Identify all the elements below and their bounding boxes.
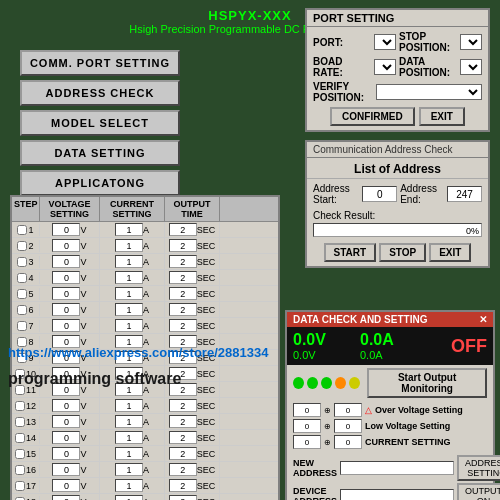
- voltage-unit: V: [80, 289, 86, 299]
- current-cell: A: [100, 302, 165, 317]
- step-checkbox[interactable]: [17, 273, 27, 283]
- voltage-input[interactable]: [52, 303, 80, 316]
- start-output-button[interactable]: Start Output Monitoring: [367, 368, 487, 398]
- comm-port-setting-button[interactable]: COMM. PORT SETTING: [20, 50, 180, 76]
- current-input[interactable]: [115, 319, 143, 332]
- step-checkbox[interactable]: [17, 305, 27, 315]
- current-unit: A: [143, 417, 149, 427]
- time-input[interactable]: [169, 287, 197, 300]
- data-pos-select[interactable]: [460, 59, 482, 75]
- table-row: 15VASEC: [12, 446, 278, 462]
- time-input[interactable]: [169, 415, 197, 428]
- time-input[interactable]: [169, 303, 197, 316]
- time-input[interactable]: [169, 495, 197, 500]
- time-input[interactable]: [169, 223, 197, 236]
- current-input[interactable]: [115, 303, 143, 316]
- voltage-input[interactable]: [52, 495, 80, 500]
- time-input[interactable]: [169, 255, 197, 268]
- step-checkbox[interactable]: [15, 465, 25, 475]
- time-input[interactable]: [169, 319, 197, 332]
- time-input[interactable]: [169, 271, 197, 284]
- time-unit: SEC: [197, 481, 216, 491]
- device-address-input-dcp[interactable]: [340, 489, 454, 500]
- new-address-input[interactable]: [340, 461, 454, 475]
- voltage-input-3[interactable]: [293, 419, 321, 433]
- time-cell: SEC: [165, 222, 220, 237]
- addr-stop-button[interactable]: STOP: [379, 243, 426, 262]
- addr-start-input[interactable]: [362, 186, 397, 202]
- current-input[interactable]: [115, 495, 143, 500]
- step-checkbox[interactable]: [15, 417, 25, 427]
- current-input[interactable]: [115, 415, 143, 428]
- voltage-input[interactable]: [52, 431, 80, 444]
- port-exit-button[interactable]: EXIT: [419, 107, 465, 126]
- addr-exit-button[interactable]: EXIT: [429, 243, 471, 262]
- time-input[interactable]: [169, 399, 197, 412]
- current-input[interactable]: [115, 223, 143, 236]
- current-input[interactable]: [115, 271, 143, 284]
- step-checkbox[interactable]: [15, 481, 25, 491]
- addr-end-input[interactable]: [447, 186, 482, 202]
- current-input[interactable]: [115, 463, 143, 476]
- current-cell: A: [100, 238, 165, 253]
- voltage-input[interactable]: [52, 255, 80, 268]
- time-unit: SEC: [197, 449, 216, 459]
- comm-addr-title: Communication Address Check: [307, 142, 488, 158]
- current-input[interactable]: [115, 447, 143, 460]
- step-checkbox[interactable]: [17, 241, 27, 251]
- check-result-bar: 0%: [313, 223, 482, 237]
- current-input-1[interactable]: [293, 435, 321, 449]
- stop-pos-select[interactable]: [460, 34, 482, 50]
- address-setting-button[interactable]: ADDRESS SETTING: [457, 455, 500, 481]
- voltage-input-1[interactable]: [293, 403, 321, 417]
- baud-rate-select[interactable]: [374, 59, 396, 75]
- step-checkbox[interactable]: [17, 289, 27, 299]
- step-checkbox[interactable]: [15, 401, 25, 411]
- voltage-input[interactable]: [52, 287, 80, 300]
- voltage-input[interactable]: [52, 319, 80, 332]
- voltage-input[interactable]: [52, 223, 80, 236]
- voltage-input[interactable]: [52, 447, 80, 460]
- time-input[interactable]: [169, 463, 197, 476]
- voltage-input[interactable]: [52, 399, 80, 412]
- step-number: 2: [28, 241, 33, 251]
- port-setting-panel: PORT SETTING PORT: STOP POSITION: BOAD R…: [305, 8, 490, 132]
- time-input[interactable]: [169, 447, 197, 460]
- applicatong-button[interactable]: APPLICATONG: [20, 170, 180, 196]
- confirmed-button[interactable]: CONFIRMED: [330, 107, 415, 126]
- step-checkbox[interactable]: [17, 257, 27, 267]
- model-select-button[interactable]: MODEL SELECT: [20, 110, 180, 136]
- port-select[interactable]: [374, 34, 396, 50]
- voltage-input[interactable]: [52, 415, 80, 428]
- dcp-current-sub: 0.0A: [360, 349, 425, 361]
- data-setting-button[interactable]: DATA SETTING: [20, 140, 180, 166]
- step-checkbox[interactable]: [15, 497, 25, 501]
- voltage-input[interactable]: [52, 271, 80, 284]
- voltage-input[interactable]: [52, 463, 80, 476]
- current-input[interactable]: [115, 239, 143, 252]
- current-input[interactable]: [115, 479, 143, 492]
- current-input-2[interactable]: [334, 435, 362, 449]
- step-checkbox[interactable]: [15, 433, 25, 443]
- addr-start-button[interactable]: START: [324, 243, 377, 262]
- verify-select[interactable]: [376, 84, 482, 100]
- time-cell: SEC: [165, 270, 220, 285]
- voltage-input[interactable]: [52, 239, 80, 252]
- time-input[interactable]: [169, 431, 197, 444]
- start-stop-row: START STOP EXIT: [307, 240, 488, 266]
- voltage-input[interactable]: [52, 479, 80, 492]
- current-input[interactable]: [115, 431, 143, 444]
- current-input[interactable]: [115, 255, 143, 268]
- dcp-close-icon[interactable]: ✕: [479, 314, 487, 325]
- output-on-button[interactable]: OUTPUT ON: [457, 483, 500, 500]
- address-check-button[interactable]: ADDRESS CHECK: [20, 80, 180, 106]
- step-checkbox[interactable]: [17, 225, 27, 235]
- step-checkbox[interactable]: [17, 321, 27, 331]
- time-input[interactable]: [169, 479, 197, 492]
- time-input[interactable]: [169, 239, 197, 252]
- current-input[interactable]: [115, 399, 143, 412]
- step-checkbox[interactable]: [15, 449, 25, 459]
- voltage-input-2[interactable]: [334, 403, 362, 417]
- voltage-input-4[interactable]: [334, 419, 362, 433]
- current-input[interactable]: [115, 287, 143, 300]
